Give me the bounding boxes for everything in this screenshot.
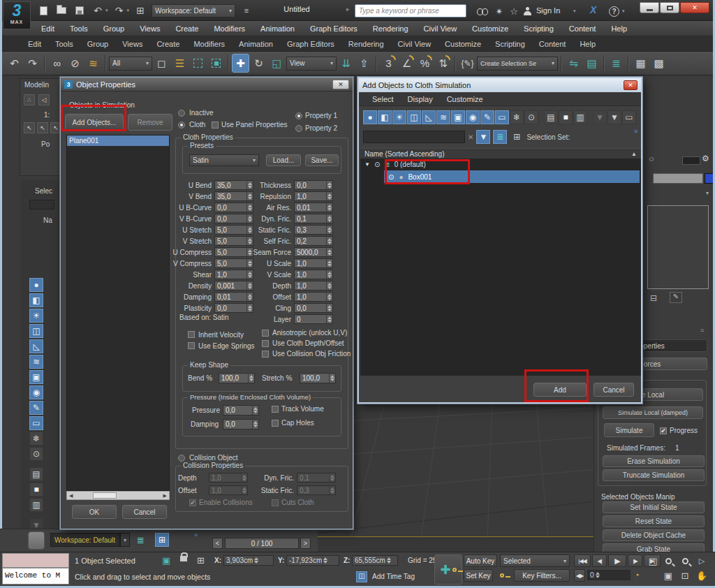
cuts-cloth-checkbox[interactable] xyxy=(272,499,279,506)
preset-dropdown[interactable]: Satin▾ xyxy=(189,154,259,166)
ribbon-button[interactable]: ◁ xyxy=(38,94,50,105)
param-spinner[interactable]: 0,3 xyxy=(297,485,336,495)
select-by-name-icon[interactable]: ☰ xyxy=(171,54,189,73)
param-spinner[interactable]: 1,0 xyxy=(294,258,333,268)
spinner-arrows-icon[interactable] xyxy=(326,181,332,189)
menu-item[interactable]: Rendering xyxy=(365,24,416,33)
menu-item[interactable]: Modifiers xyxy=(186,40,232,48)
undo-icon[interactable]: ↶ xyxy=(91,3,105,17)
zoom-extents-icon[interactable]: ▣ xyxy=(661,569,676,582)
color-swatch-dark[interactable] xyxy=(682,156,700,165)
utilities-wrench-icon[interactable]: ⚙ xyxy=(702,154,709,163)
display-none-icon[interactable]: ▤ xyxy=(544,110,558,124)
next-frame-button[interactable]: |▶ xyxy=(628,554,642,567)
param-spinner[interactable]: 0,1 xyxy=(297,473,336,483)
menu-item[interactable]: Group xyxy=(96,24,133,33)
filter-selected-icon[interactable]: ▼ xyxy=(476,130,490,144)
container-filter-icon[interactable]: ▭ xyxy=(622,110,636,124)
param-spinner[interactable]: 1,0 xyxy=(294,292,333,302)
layers-icon[interactable]: ≣ xyxy=(137,535,145,545)
exchange-icon[interactable]: X xyxy=(590,4,596,15)
display-none-icon[interactable]: ▤ xyxy=(29,467,43,481)
menu-item[interactable]: Create xyxy=(168,24,206,33)
project-folder-icon[interactable]: ⊞ xyxy=(133,3,147,17)
geometry-filter-icon[interactable]: ● xyxy=(29,278,43,292)
selection-region-icon[interactable] xyxy=(189,54,207,73)
param-spinner[interactable]: 0,0 xyxy=(294,180,333,190)
checkbox[interactable] xyxy=(262,330,269,337)
key-mode-icon[interactable] xyxy=(500,571,504,579)
y-coordinate-field[interactable]: -17,923cm xyxy=(286,555,339,566)
name-column-header[interactable]: Name (Sorted Ascending) ▲ xyxy=(360,148,641,159)
selection-filter-dropdown[interactable]: All▾ xyxy=(109,57,152,71)
param-spinner[interactable]: 0 xyxy=(294,314,333,324)
selection-lock-icon[interactable] xyxy=(180,552,187,563)
menu-item[interactable]: Edit xyxy=(34,24,62,33)
geometry-filter-icon[interactable]: ● xyxy=(363,110,377,124)
menu-item[interactable]: Modifiers xyxy=(206,24,253,33)
manip-button[interactable]: Reset State xyxy=(603,515,705,527)
menu-item[interactable]: Graph Editors xyxy=(280,40,341,48)
help-icon[interactable]: ? xyxy=(609,4,619,18)
help-caret-icon[interactable]: ▾ xyxy=(622,8,625,14)
select-and-scale-icon[interactable]: ◱ xyxy=(268,54,286,73)
layers-icon[interactable]: ≣ xyxy=(493,130,507,144)
undo-caret-icon[interactable]: ▾ xyxy=(105,8,108,13)
property2-radio[interactable] xyxy=(295,125,302,132)
groups-filter-icon[interactable]: ▣ xyxy=(451,110,465,124)
isolate-selection-icon[interactable]: ▣ xyxy=(162,555,170,566)
set-keys-button[interactable]: ✚ xyxy=(434,554,462,585)
redo-icon[interactable]: ↷ xyxy=(112,3,126,17)
percent-snap-icon[interactable]: % xyxy=(416,54,434,73)
load-button[interactable]: Load... xyxy=(266,154,301,166)
set-key-button[interactable]: Set Key xyxy=(464,569,493,582)
collision-object-radio[interactable] xyxy=(178,455,185,462)
spinner-arrows-icon[interactable] xyxy=(326,270,332,279)
previous-frame-button[interactable]: ◀| xyxy=(592,554,607,567)
display-all-icon[interactable]: ■ xyxy=(29,483,43,497)
time-tag-icon[interactable]: ◫ xyxy=(356,571,367,582)
spacewarps-filter-icon[interactable]: ≋ xyxy=(436,110,450,124)
modifier-stack-list[interactable] xyxy=(647,205,709,289)
display-all-icon[interactable]: ■ xyxy=(559,110,573,124)
snaps-toggle-icon[interactable]: 3 xyxy=(380,54,397,73)
menu-item[interactable]: Help xyxy=(573,40,603,48)
current-frame-field[interactable]: 0 xyxy=(587,570,631,580)
maxscript-mini-listener-white[interactable]: Welcome to M xyxy=(2,568,69,585)
checkbox[interactable] xyxy=(262,351,269,358)
key-filters-button[interactable]: Key Filters... xyxy=(514,569,570,582)
menu-item[interactable]: Scripting xyxy=(488,40,532,48)
bind-to-spacewarp-icon[interactable]: ≋ xyxy=(84,54,102,73)
manip-button[interactable]: Delete Object Cache xyxy=(603,529,705,541)
checkbox[interactable] xyxy=(262,340,269,347)
cameras-filter-icon[interactable]: ◫ xyxy=(407,110,421,124)
workspace-caret-icon[interactable]: ▾ xyxy=(120,533,130,547)
stretch-spinner[interactable]: 100,0 xyxy=(300,373,336,383)
menu-item[interactable]: Select xyxy=(366,95,400,103)
spinner-arrows-icon[interactable] xyxy=(326,281,332,290)
menu-item[interactable]: Customize xyxy=(441,95,489,103)
cloth-radio[interactable] xyxy=(178,122,185,128)
cameras-filter-icon[interactable]: ◫ xyxy=(29,324,43,338)
menu-item[interactable]: Tools xyxy=(62,24,96,33)
menu-item[interactable]: Tools xyxy=(48,40,80,48)
workspace-switcher[interactable]: Workspace: Default xyxy=(50,533,120,547)
more-chevron-icon[interactable]: » xyxy=(634,127,638,135)
align-icon[interactable]: ▤ xyxy=(583,54,600,73)
spinner-arrows-icon[interactable] xyxy=(329,473,335,482)
selection-preview-button[interactable] xyxy=(28,531,45,550)
edit-stack-icon[interactable]: ✎ xyxy=(670,292,682,303)
cap-holes-checkbox[interactable] xyxy=(272,420,279,427)
mirror-icon[interactable]: ⇋ xyxy=(565,54,582,73)
spinner-arrows-icon[interactable] xyxy=(326,315,332,323)
menu-item[interactable]: Group xyxy=(80,40,116,48)
schematic-view-icon[interactable]: ▩ xyxy=(650,54,668,73)
param-spinner[interactable]: 0,0 xyxy=(294,303,333,313)
expander-icon[interactable]: ▼ xyxy=(364,161,370,168)
simulate-local-damped-button[interactable]: Simulate Local (damped) xyxy=(603,406,703,419)
save-button[interactable]: Save... xyxy=(305,154,339,166)
cancel-button[interactable]: Cancel xyxy=(594,383,634,397)
time-slider[interactable]: 0 / 100 xyxy=(225,538,299,549)
bones-filter-icon[interactable]: ✎ xyxy=(29,401,43,415)
progress-checkbox[interactable] xyxy=(660,427,667,434)
